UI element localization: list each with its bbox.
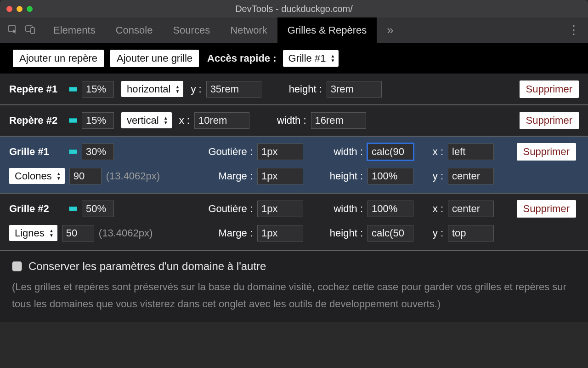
count-input[interactable]	[69, 168, 102, 184]
devtools-tabstrip: Elements Console Sources Network Grilles…	[0, 17, 588, 43]
width-label: width :	[312, 203, 363, 215]
margin-label: Marge :	[184, 170, 253, 182]
size-input[interactable]	[327, 81, 382, 98]
grid-row-top: Grille #1 Goutière : width : x : Supprim…	[0, 137, 588, 167]
color-swatch[interactable]	[69, 118, 77, 123]
svg-rect-2	[31, 28, 34, 34]
width-input[interactable]	[368, 201, 413, 217]
panel-toolbar: Ajouter un repère Ajouter une grille Acc…	[0, 43, 588, 74]
grid-row-top: Grille #2 Goutière : width : x : Supprim…	[0, 194, 588, 224]
gutter-input[interactable]	[257, 144, 303, 160]
orientation-select[interactable]: horizontal	[121, 83, 183, 95]
minimize-window-icon[interactable]	[17, 6, 23, 12]
opacity-input[interactable]	[82, 112, 114, 129]
width-input[interactable]	[368, 144, 413, 160]
devtools-tabs: Elements Console Sources Network Grilles…	[43, 17, 560, 43]
x-label: x :	[423, 146, 443, 158]
grid-row-bottom: Lignes (13.4062px) Marge : height : y :	[0, 224, 588, 250]
margin-input[interactable]	[257, 168, 303, 184]
tab-sources[interactable]: Sources	[163, 17, 220, 43]
count-input[interactable]	[62, 225, 94, 242]
height-input[interactable]	[368, 225, 413, 242]
grid-block: Grille #1 Goutière : width : x : Supprim…	[0, 137, 588, 194]
marker-name: Repère #2	[9, 115, 64, 126]
orientation-select[interactable]: vertical	[121, 115, 172, 126]
tab-elements[interactable]: Elements	[43, 17, 106, 43]
gutter-label: Goutière :	[184, 146, 253, 158]
add-marker-button[interactable]: Ajouter un repère	[13, 50, 104, 67]
marker-row: Repère #2 vertical x : width : Supprimer	[0, 105, 588, 137]
delete-button[interactable]: Supprimer	[520, 112, 579, 129]
grid-row-bottom: Colones (13.4062px) Marge : height : y :	[0, 167, 588, 193]
persist-settings-label: Conserver les paramètres d'un domaine à …	[28, 260, 266, 273]
size-input[interactable]	[311, 112, 366, 129]
coord-input[interactable]	[194, 112, 249, 129]
opacity-input[interactable]	[82, 201, 114, 217]
color-swatch[interactable]	[69, 150, 77, 154]
marker-row: Repère #1 horizontal y : height : Suppri…	[0, 74, 588, 105]
marker-name: Repère #1	[9, 83, 64, 95]
width-label: width :	[312, 146, 363, 158]
x-input[interactable]	[448, 201, 494, 217]
coord-label: x :	[179, 115, 190, 126]
coord-label: y :	[191, 83, 201, 95]
add-grid-button[interactable]: Ajouter une grille	[110, 50, 199, 67]
maximize-window-icon[interactable]	[27, 6, 33, 12]
x-input[interactable]	[448, 144, 494, 160]
cell-size-hint: (13.4062px)	[99, 227, 153, 239]
delete-button[interactable]: Supprimer	[517, 200, 576, 218]
tab-grids-guides[interactable]: Grilles & Repères	[277, 17, 377, 43]
color-swatch[interactable]	[69, 87, 77, 92]
close-window-icon[interactable]	[6, 6, 12, 12]
y-label: y :	[423, 227, 443, 239]
mode-select[interactable]: Lignes	[9, 227, 57, 239]
tab-network[interactable]: Network	[220, 17, 277, 43]
y-input[interactable]	[448, 225, 494, 242]
persist-settings-description: (Les grilles et repères sont préservés s…	[12, 278, 576, 313]
gutter-input[interactable]	[257, 201, 303, 217]
x-label: x :	[423, 203, 443, 215]
quick-access-label: Accès rapide :	[207, 52, 276, 64]
margin-label: Marge :	[184, 227, 253, 239]
color-swatch[interactable]	[69, 207, 77, 211]
grid-block: Grille #2 Goutière : width : x : Supprim…	[0, 194, 588, 251]
mode-select[interactable]: Colones	[9, 170, 65, 182]
size-label: height :	[289, 83, 322, 95]
gutter-label: Goutière :	[184, 203, 253, 215]
persist-settings-checkbox[interactable]	[12, 261, 22, 271]
height-label: height :	[312, 227, 363, 239]
tabs-overflow-icon[interactable]: »	[377, 17, 403, 43]
quick-access-select[interactable]: Grille #1	[283, 50, 339, 67]
tab-console[interactable]: Console	[106, 17, 163, 43]
devtools-menu-icon[interactable]: ⋮	[560, 17, 588, 43]
height-label: height :	[312, 170, 363, 182]
opacity-input[interactable]	[82, 144, 114, 160]
size-label: width :	[277, 115, 306, 126]
grid-name: Grille #1	[9, 146, 64, 158]
opacity-input[interactable]	[82, 81, 114, 98]
window-traffic-lights	[6, 6, 33, 12]
window-title: DevTools - duckduckgo.com/	[0, 4, 588, 14]
window-titlebar: DevTools - duckduckgo.com/	[0, 0, 588, 17]
margin-input[interactable]	[257, 225, 303, 242]
cell-size-hint: (13.4062px)	[106, 170, 160, 182]
delete-button[interactable]: Supprimer	[517, 143, 576, 161]
inspect-element-icon[interactable]	[7, 24, 18, 37]
coord-input[interactable]	[206, 81, 261, 98]
grid-name: Grille #2	[9, 203, 64, 215]
device-toggle-icon[interactable]	[25, 24, 36, 37]
y-input[interactable]	[448, 168, 494, 184]
panel-footer: Conserver les paramètres d'un domaine à …	[0, 251, 588, 322]
height-input[interactable]	[368, 168, 413, 184]
y-label: y :	[423, 170, 443, 182]
delete-button[interactable]: Supprimer	[520, 80, 579, 98]
